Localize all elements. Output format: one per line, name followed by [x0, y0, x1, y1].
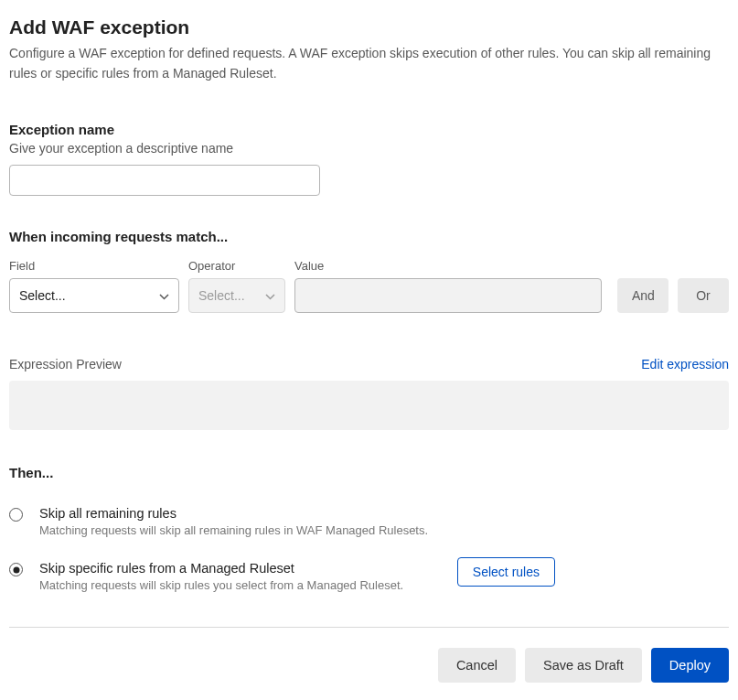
radio-option-skip-specific[interactable]: Skip specific rules from a Managed Rules…: [9, 561, 729, 592]
radio-option-skip-all[interactable]: Skip all remaining rules Matching reques…: [9, 506, 729, 537]
exception-name-help: Give your exception a descriptive name: [9, 141, 729, 156]
match-field-label: Field: [9, 259, 179, 273]
or-button[interactable]: Or: [678, 278, 729, 313]
radio-icon[interactable]: [9, 563, 23, 576]
match-value-col: Value: [294, 259, 602, 313]
expression-label: Expression Preview: [9, 357, 122, 372]
match-operator-select[interactable]: Select...: [188, 278, 285, 313]
and-button[interactable]: And: [617, 278, 668, 313]
header-section: Add WAF exception Configure a WAF except…: [9, 16, 729, 83]
match-field-placeholder: Select...: [19, 288, 66, 303]
chevron-down-icon: [265, 288, 275, 303]
page-title: Add WAF exception: [9, 16, 729, 38]
footer-actions: Cancel Save as Draft Deploy: [9, 648, 729, 683]
match-row: Field Select... Operator Select... Value…: [9, 259, 729, 313]
match-section: When incoming requests match... Field Se…: [9, 229, 729, 313]
footer-divider: [9, 627, 729, 628]
radio-help-skip-all: Matching requests will skip all remainin…: [39, 523, 729, 537]
radio-help-skip-specific: Matching requests will skip rules you se…: [39, 578, 729, 592]
radio-label-skip-specific: Skip specific rules from a Managed Rules…: [39, 561, 729, 576]
deploy-button[interactable]: Deploy: [651, 648, 729, 683]
page-description: Configure a WAF exception for defined re…: [9, 44, 729, 83]
match-operator-col: Operator Select...: [188, 259, 285, 313]
radio-label-skip-all: Skip all remaining rules: [39, 506, 729, 521]
exception-name-input[interactable]: [9, 165, 320, 196]
radio-content: Skip all remaining rules Matching reques…: [39, 506, 729, 537]
chevron-down-icon: [159, 288, 169, 303]
then-title: Then...: [9, 465, 729, 480]
radio-content: Skip specific rules from a Managed Rules…: [39, 561, 729, 592]
exception-name-label: Exception name: [9, 122, 729, 137]
match-operator-placeholder: Select...: [198, 288, 245, 303]
expression-preview-box: [9, 381, 729, 430]
match-value-label: Value: [294, 259, 602, 273]
exception-name-section: Exception name Give your exception a des…: [9, 122, 729, 196]
match-value-input[interactable]: [294, 278, 602, 313]
match-field-col: Field Select...: [9, 259, 179, 313]
edit-expression-link[interactable]: Edit expression: [641, 357, 729, 372]
match-title: When incoming requests match...: [9, 229, 729, 244]
radio-icon[interactable]: [9, 508, 23, 522]
select-rules-button[interactable]: Select rules: [457, 557, 555, 587]
cancel-button[interactable]: Cancel: [438, 648, 516, 683]
expression-header: Expression Preview Edit expression: [9, 357, 729, 372]
match-field-select[interactable]: Select...: [9, 278, 179, 313]
match-operator-label: Operator: [188, 259, 285, 273]
save-draft-button[interactable]: Save as Draft: [525, 648, 642, 683]
